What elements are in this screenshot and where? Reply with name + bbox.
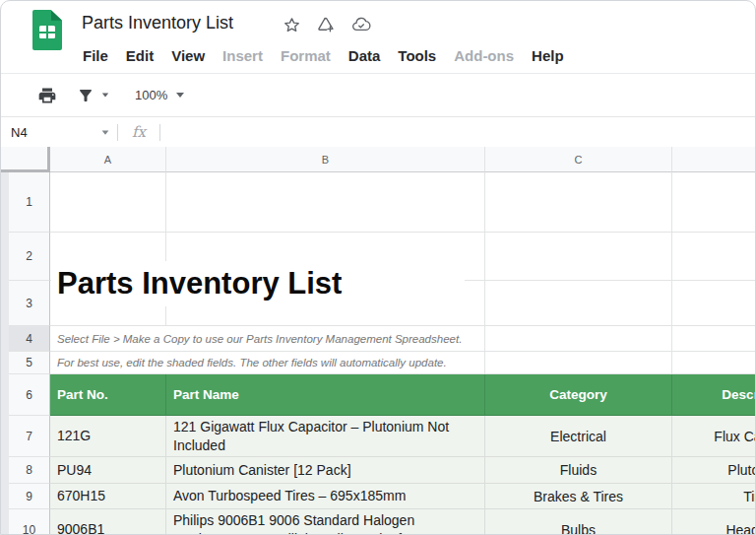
title-action-icons [283, 14, 372, 35]
cell-D2[interactable] [672, 233, 756, 281]
filter-button[interactable] [77, 87, 109, 104]
menu-help[interactable]: Help [523, 43, 573, 68]
menu-bar: File Edit View Insert Format Data Tools … [74, 41, 573, 69]
column-header-c[interactable]: C [485, 147, 672, 172]
formula-input[interactable] [160, 117, 755, 147]
cell-D5[interactable] [672, 352, 756, 374]
cell-C4[interactable] [485, 326, 672, 352]
name-box[interactable]: N4 [1, 125, 117, 140]
fx-icon: fx [132, 123, 146, 141]
column-header-a[interactable]: A [50, 147, 166, 172]
table-header-part-name[interactable]: Part Name [166, 374, 485, 416]
menu-edit[interactable]: Edit [117, 43, 162, 68]
select-all-corner[interactable] [1, 147, 50, 172]
cell-B1[interactable] [166, 172, 485, 233]
menu-format[interactable]: Format [272, 43, 340, 68]
cell-reference: N4 [11, 125, 28, 140]
left-edge-strip [1, 172, 9, 535]
table-row: 8 PU94 Plutonium Canister [12 Pack] Flui… [1, 457, 756, 484]
spreadsheet-grid: A B C 1 2 3 [1, 147, 756, 535]
cell-category[interactable]: Brakes & Tires [485, 484, 672, 509]
column-header-row: A B C [1, 147, 756, 172]
menu-tools[interactable]: Tools [389, 43, 445, 68]
sheets-logo-grid [39, 26, 55, 38]
table-row: 10 9006B1 Philips 9006B1 9006 Standard H… [1, 509, 756, 535]
table-header-row: 6 Part No. Part Name Category Descriptio… [1, 374, 756, 416]
cell-category[interactable]: Electrical [485, 416, 672, 457]
formula-bar-separator [117, 124, 118, 141]
cell-description[interactable]: Tires [672, 484, 756, 509]
zoom-select[interactable]: 100% [135, 88, 167, 102]
table-header-category[interactable]: Category [485, 374, 672, 416]
sheet-row-4: 4 Select File > Make a Copy to use our P… [1, 326, 756, 352]
column-header-b[interactable]: B [166, 147, 485, 172]
table-row: 9 670H15 Avon Turbospeed Tires – 695x185… [1, 484, 756, 509]
menu-view[interactable]: View [162, 43, 214, 68]
cell-description[interactable]: Headlights [672, 509, 756, 535]
table-header-description[interactable]: Description [672, 374, 756, 416]
name-box-caret-icon[interactable] [102, 130, 109, 134]
cell-A1[interactable] [50, 172, 166, 233]
sheet-row-5: 5 For best use, edit the shaded fields. … [1, 352, 756, 374]
cell-part-no[interactable]: 670H15 [50, 484, 166, 509]
menu-insert[interactable]: Insert [214, 43, 272, 68]
formula-bar: N4 fx [1, 117, 755, 147]
add-shortcut-to-drive-icon[interactable] [316, 15, 336, 34]
star-icon[interactable] [283, 16, 301, 34]
cell-D4[interactable] [672, 326, 756, 352]
cell-part-name[interactable]: 121 Gigawatt Flux Capacitor – Plutonium … [166, 416, 485, 457]
document-title[interactable]: Parts Inventory List [82, 13, 233, 33]
cell-D3[interactable] [672, 281, 756, 326]
cell-part-no[interactable]: 9006B1 [50, 509, 166, 535]
cell-C5[interactable] [485, 352, 672, 374]
table-header-part-no[interactable]: Part No. [50, 374, 166, 416]
cell-part-name[interactable]: Avon Turbospeed Tires – 695x185mm [166, 484, 485, 509]
sheet-title[interactable]: Parts Inventory List [51, 261, 465, 306]
cell-description[interactable]: Plutonium [672, 457, 756, 484]
filter-caret-icon [102, 94, 108, 98]
cell-part-no[interactable]: PU94 [50, 457, 166, 484]
note-shaded-fields[interactable]: For best use, edit the shaded fields. Th… [50, 352, 485, 374]
column-header-d[interactable] [672, 147, 756, 172]
cell-D1[interactable] [672, 172, 756, 233]
note-make-a-copy[interactable]: Select File > Make a Copy to use our Par… [50, 326, 485, 352]
zoom-caret-icon[interactable] [176, 93, 184, 98]
google-sheets-window: Parts Inventory List File Edit View Inse… [0, 0, 756, 535]
menu-file[interactable]: File [74, 43, 117, 68]
sheet-row-1: 1 [1, 172, 756, 233]
cell-category[interactable]: Fluids [485, 457, 672, 484]
toolbar: 100% [1, 74, 755, 116]
sheets-logo-icon[interactable] [32, 10, 62, 50]
cell-C2[interactable] [485, 233, 672, 281]
menu-data[interactable]: Data [340, 43, 390, 68]
menu-addons[interactable]: Add-ons [445, 43, 523, 68]
cell-description[interactable]: Flux Capacitor [672, 416, 756, 457]
cell-category[interactable]: Bulbs [485, 509, 672, 535]
cell-part-name[interactable]: Plutonium Canister [12 Pack] [166, 457, 485, 484]
cell-part-no[interactable]: 121G [50, 416, 166, 457]
print-button[interactable] [37, 86, 57, 105]
table-row: 7 121G 121 Gigawatt Flux Capacitor – Plu… [1, 416, 756, 457]
cell-C1[interactable] [485, 172, 672, 233]
cloud-saved-icon[interactable] [350, 15, 372, 34]
cell-part-name[interactable]: Philips 9006B1 9006 Standard Halogen Rep… [166, 509, 485, 535]
cell-C3[interactable] [485, 281, 672, 326]
